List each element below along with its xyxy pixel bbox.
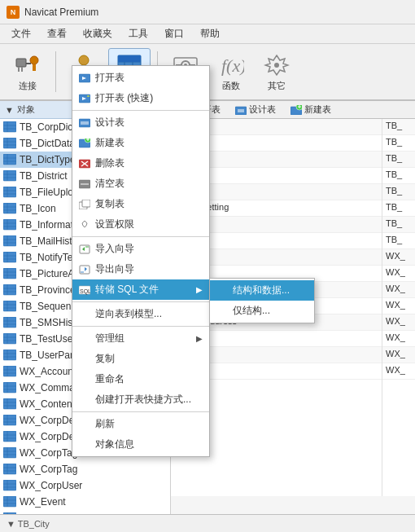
menu-help[interactable]: 帮助: [192, 25, 228, 42]
ctx-design-table[interactable]: 设计表: [72, 112, 209, 133]
table-row-icon: [3, 464, 16, 475]
open-table-ctx-icon: [77, 72, 92, 85]
table-row-icon: [3, 398, 16, 410]
table-name: TB_DictData: [20, 138, 75, 149]
ctx-clear-table[interactable]: 清空表: [72, 174, 209, 194]
table-row-icon: [3, 350, 16, 361]
table-name: WX_CorpDep: [20, 431, 80, 442]
ctx-export-wizard[interactable]: 导出向导: [72, 259, 209, 279]
svg-rect-78: [3, 350, 16, 360]
menu-favorites[interactable]: 收藏夹: [75, 25, 120, 42]
right-col-cell2: WX_: [382, 282, 415, 298]
create-shortcut-ctx-icon: [77, 394, 92, 407]
svg-rect-4: [33, 64, 36, 71]
right-col-cell2: TB_: [382, 119, 415, 135]
table-row-icon: [3, 366, 16, 377]
table-name: WX_CorpUser: [20, 480, 82, 491]
svg-rect-1: [18, 67, 20, 72]
ctx-sep-3: [72, 301, 209, 302]
svg-text:f(x): f(x): [221, 55, 244, 76]
svg-rect-94: [3, 415, 16, 425]
ctx-delete-table[interactable]: 删除表: [72, 153, 209, 174]
table-row[interactable]: WX_CorpTag: [0, 461, 170, 477]
sub-structure-data[interactable]: 结构和数据...: [210, 280, 314, 301]
table-name: WX_CorpDep: [20, 415, 80, 426]
table-row-icon: [3, 317, 16, 328]
sub-structure-only[interactable]: 仅结构...: [210, 301, 314, 321]
import-wizard-ctx-icon: [77, 243, 92, 256]
table-row-icon: [3, 235, 16, 247]
table-name: TB_Icon: [20, 203, 56, 214]
table-row-icon: [3, 415, 16, 426]
right-col-cell2: WX_: [382, 331, 415, 347]
ctx-open-table-fast-label: 打开表 (快速): [95, 91, 153, 105]
svg-rect-2: [21, 67, 23, 72]
open-table-fast-ctx-icon: [77, 92, 92, 105]
new-table-icon: [290, 105, 302, 115]
table-name: TB_TestUser: [20, 333, 76, 345]
table-row[interactable]: WX_CorpUser: [0, 477, 170, 494]
table-row[interactable]: WX_Event: [0, 494, 170, 510]
design-table-btn[interactable]: 设计表: [229, 101, 282, 118]
ctx-set-permission[interactable]: 设置权限: [72, 214, 209, 235]
svg-point-6: [79, 55, 89, 65]
svg-rect-66: [3, 301, 16, 311]
ctx-import-wizard[interactable]: 导入向导: [72, 239, 209, 259]
table-name: WX_Account: [20, 366, 76, 377]
ctx-open-table[interactable]: 打开表: [72, 68, 209, 88]
sub-structure-data-label: 结构和数据...: [233, 284, 290, 297]
copy-table-ctx-icon: [77, 198, 92, 211]
ctx-sep-2: [72, 236, 209, 237]
transfer-sql-arrow: ▶: [196, 285, 203, 294]
sub-structure-only-label: 仅结构...: [233, 304, 270, 318]
svg-rect-98: [3, 431, 16, 442]
toolbar-other[interactable]: 其它: [256, 48, 298, 95]
ctx-create-shortcut[interactable]: 创建打开表快捷方式...: [72, 389, 209, 410]
ctx-set-permission-label: 设置权限: [95, 218, 134, 231]
ctx-copy-table[interactable]: 复制表: [72, 194, 209, 214]
ctx-transfer-sql[interactable]: SQL 转储 SQL 文件 ▶ 结构和数据... 仅结构...: [72, 279, 209, 300]
toolbar-function[interactable]: f(x) 函数: [210, 48, 252, 95]
rename-ctx-icon: [77, 373, 92, 386]
ctx-refresh-label: 刷新: [95, 417, 115, 431]
reverse-model-ctx-icon: [77, 308, 92, 321]
svg-text:SQL: SQL: [80, 288, 90, 295]
ctx-rename-label: 重命名: [95, 372, 124, 386]
ctx-sep-1: [72, 110, 209, 111]
ctx-manage-group[interactable]: 管理组 ▶: [72, 328, 209, 349]
ctx-refresh[interactable]: 刷新: [72, 414, 209, 434]
table-name: WX_CorpTag: [20, 464, 77, 475]
svg-rect-106: [3, 464, 16, 474]
table-name: WX_CorpTag: [20, 447, 77, 459]
ctx-object-info[interactable]: 对象信息: [72, 434, 209, 455]
toolbar-connect[interactable]: 连接: [7, 48, 49, 95]
table-name: TB_DictType: [20, 154, 76, 165]
ctx-reverse-model[interactable]: 逆向表到模型...: [72, 304, 209, 324]
svg-rect-165: [82, 200, 90, 207]
table-list-header: ▼: [5, 105, 14, 115]
table-name: WX_Event: [20, 496, 66, 508]
ctx-copy2[interactable]: 复制: [72, 349, 209, 369]
new-table-btn[interactable]: 新建表: [285, 101, 337, 118]
right-col-cell2: TB_: [382, 233, 415, 249]
status-bar: ▼ TB_City: [0, 514, 415, 532]
manage-group-ctx-icon: [77, 332, 92, 345]
svg-rect-26: [3, 138, 16, 148]
ctx-new-table-label: 新建表: [95, 136, 124, 150]
export-wizard-ctx-icon: [77, 263, 92, 276]
ctx-open-table-fast[interactable]: 打开表 (快速): [72, 88, 209, 108]
ctx-rename[interactable]: 重命名: [72, 369, 209, 389]
menu-file[interactable]: 文件: [3, 25, 39, 42]
table-row-icon: [3, 219, 16, 231]
svg-rect-62: [3, 284, 16, 295]
other-icon: [264, 52, 290, 78]
ctx-copy-table-label: 复制表: [95, 197, 124, 211]
new-table-ctx-icon: [77, 137, 92, 150]
svg-rect-82: [3, 366, 16, 376]
ctx-new-table[interactable]: 新建表: [72, 133, 209, 153]
menu-tools[interactable]: 工具: [120, 25, 156, 42]
menu-window[interactable]: 窗口: [156, 25, 192, 42]
svg-rect-42: [3, 203, 16, 213]
ctx-delete-table-label: 删除表: [95, 156, 124, 170]
menu-view[interactable]: 查看: [39, 25, 75, 42]
